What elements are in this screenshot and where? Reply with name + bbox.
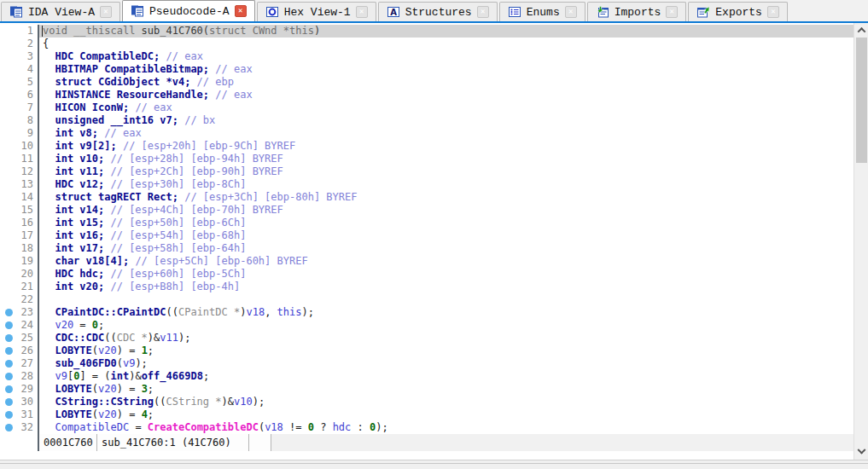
code-line-24[interactable]: 24 v20 = 0; — [0, 319, 868, 332]
gutter-cell: 3 — [0, 50, 39, 63]
address-dot-icon — [5, 360, 13, 368]
code-text[interactable]: int v10; // [esp+28h] [ebp-94h] BYREF — [39, 153, 868, 165]
code-text[interactable]: int v11; // [esp+2Ch] [ebp-90h] BYREF — [39, 165, 868, 178]
pseudocode-view[interactable]: 1void __thiscall sub_41C760(struct CWnd … — [0, 23, 868, 460]
code-token: ( — [92, 345, 98, 356]
code-token: )& — [222, 396, 234, 408]
scrollbar-track[interactable] — [854, 38, 868, 445]
code-line-6[interactable]: 6 HINSTANCE ResourceHandle; // eax — [0, 89, 868, 101]
scroll-down-button[interactable] — [854, 445, 868, 460]
code-line-19[interactable]: 19 char v18[4]; // [esp+5Ch] [ebp-60h] B… — [0, 255, 868, 268]
tab-close-button[interactable]: ✕ — [666, 6, 678, 18]
text-caret — [42, 26, 43, 37]
code-text[interactable] — [39, 293, 868, 306]
code-text[interactable]: HINSTANCE ResourceHandle; // eax — [39, 89, 868, 101]
code-text[interactable]: int v8; // eax — [39, 127, 868, 140]
code-text[interactable]: LOBYTE(v20) = 3; — [39, 383, 868, 396]
code-text[interactable]: HBITMAP CompatibleBitmap; // eax — [39, 63, 868, 76]
code-text[interactable]: int v15; // [esp+50h] [ebp-6Ch] — [39, 217, 868, 229]
vertical-scrollbar[interactable] — [853, 23, 868, 460]
code-token: unsigned __int16 v7; — [43, 114, 178, 126]
code-text[interactable]: HDC hdc; // [esp+60h] [ebp-5Ch] — [39, 268, 868, 281]
code-text[interactable]: CPaintDC::CPaintDC((CPaintDC *)v18, this… — [39, 306, 868, 319]
code-text[interactable]: struct tagRECT Rect; // [esp+3Ch] [ebp-8… — [39, 191, 868, 204]
gutter-cell: 7 — [0, 101, 39, 114]
code-token: off_4669D8 — [142, 370, 203, 382]
code-text[interactable]: HDC v12; // [esp+30h] [ebp-8Ch] — [39, 178, 868, 191]
code-line-23[interactable]: 23 CPaintDC::CPaintDC((CPaintDC *)v18, t… — [0, 306, 868, 319]
code-line-4[interactable]: 4 HBITMAP CompatibleBitmap; // eax — [0, 63, 868, 76]
code-line-12[interactable]: 12 int v11; // [esp+2Ch] [ebp-90h] BYREF — [0, 165, 868, 178]
code-line-22[interactable]: 22 — [0, 293, 868, 306]
code-text[interactable]: int v17; // [esp+58h] [ebp-64h] — [39, 242, 868, 255]
code-line-27[interactable]: 27 sub_406FD0(v9); — [0, 357, 868, 370]
tab-enums[interactable]: Enums✕ — [499, 2, 585, 21]
tab-imports[interactable]: Imports✕ — [587, 2, 687, 21]
code-text[interactable]: sub_406FD0(v9); — [39, 357, 868, 370]
tab-ida-view-a[interactable]: IDA View-A✕ — [1, 2, 120, 21]
tab-exports[interactable]: Exports✕ — [688, 2, 788, 21]
code-text[interactable]: char v18[4]; // [esp+5Ch] [ebp-60h] BYRE… — [39, 255, 868, 268]
code-line-2[interactable]: 2{ — [0, 38, 868, 50]
code-token: v20 — [98, 383, 117, 395]
pseudocode-editor[interactable]: 1void __thiscall sub_41C760(struct CWnd … — [0, 23, 868, 434]
code-line-18[interactable]: 18 int v17; // [esp+58h] [ebp-64h] — [0, 242, 868, 255]
code-text[interactable]: HDC CompatibleDC; // eax — [39, 50, 868, 63]
code-text[interactable]: int v14; // [esp+4Ch] [ebp-70h] BYREF — [39, 204, 868, 217]
code-text[interactable]: LOBYTE(v20) = 1; — [39, 345, 868, 357]
code-line-17[interactable]: 17 int v16; // [esp+54h] [ebp-68h] — [0, 229, 868, 242]
code-text[interactable]: int v9[2]; // [esp+20h] [ebp-9Ch] BYREF — [39, 140, 868, 153]
code-line-15[interactable]: 15 int v14; // [esp+4Ch] [ebp-70h] BYREF — [0, 204, 868, 217]
code-line-32[interactable]: 32 CompatibleDC = CreateCompatibleDC(v18… — [0, 421, 868, 434]
code-line-5[interactable]: 5 struct CGdiObject *v4; // ebp — [0, 76, 868, 89]
code-line-26[interactable]: 26 LOBYTE(v20) = 1; — [0, 345, 868, 357]
code-text[interactable]: int v20; // [esp+B8h] [ebp-4h] — [39, 281, 868, 293]
code-text[interactable]: { — [39, 38, 868, 50]
code-text[interactable]: HICON IconW; // eax — [39, 101, 868, 114]
code-line-8[interactable]: 8 unsigned __int16 v7; // bx — [0, 114, 868, 127]
code-line-16[interactable]: 16 int v15; // [esp+50h] [ebp-6Ch] — [0, 217, 868, 229]
tab-close-button[interactable]: ✕ — [356, 6, 368, 18]
code-text[interactable]: struct CGdiObject *v4; // ebp — [39, 76, 868, 89]
code-line-30[interactable]: 30 CString::CString((CString *)&v10); — [0, 396, 868, 408]
code-line-28[interactable]: 28 v9[0] = (int)&off_4669D8; — [0, 370, 868, 383]
code-token: )& — [148, 332, 160, 344]
status-address-cell: 0001C760 — [39, 434, 97, 451]
tab-close-button[interactable]: ✕ — [565, 6, 577, 18]
code-line-11[interactable]: 11 int v10; // [esp+28h] [ebp-94h] BYREF — [0, 153, 868, 165]
code-text[interactable]: v9[0] = (int)&off_4669D8; — [39, 370, 868, 383]
tab-hex-view-1[interactable]: Hex View-1✕ — [257, 2, 376, 21]
scroll-up-button[interactable] — [854, 23, 868, 38]
tab-close-button[interactable]: ✕ — [235, 5, 247, 17]
code-text[interactable]: CompatibleDC = CreateCompatibleDC(v18 !=… — [39, 421, 868, 434]
code-text[interactable]: CDC::CDC((CDC *)&v11); — [39, 332, 868, 345]
tab-close-button[interactable]: ✕ — [100, 6, 112, 18]
code-line-7[interactable]: 7 HICON IconW; // eax — [0, 101, 868, 114]
code-text[interactable]: int v16; // [esp+54h] [ebp-68h] — [39, 229, 868, 242]
code-text[interactable]: unsigned __int16 v7; // bx — [39, 114, 868, 127]
code-token: v18 — [265, 421, 283, 433]
code-line-21[interactable]: 21 int v20; // [esp+B8h] [ebp-4h] — [0, 281, 868, 293]
code-line-20[interactable]: 20 HDC hdc; // [esp+60h] [ebp-5Ch] — [0, 268, 868, 281]
code-text[interactable]: LOBYTE(v20) = 4; — [39, 408, 868, 421]
code-line-10[interactable]: 10 int v9[2]; // [esp+20h] [ebp-9Ch] BYR… — [0, 140, 868, 153]
code-token: (( — [104, 332, 116, 344]
code-token: 0 — [308, 421, 314, 433]
tab-close-button[interactable]: ✕ — [767, 6, 779, 18]
code-line-29[interactable]: 29 LOBYTE(v20) = 3; — [0, 383, 868, 396]
scrollbar-thumb[interactable] — [856, 38, 867, 163]
code-line-25[interactable]: 25 CDC::CDC((CDC *)&v11); — [0, 332, 868, 345]
code-line-13[interactable]: 13 HDC v12; // [esp+30h] [ebp-8Ch] — [0, 178, 868, 191]
code-token: // eax — [98, 127, 142, 139]
code-text[interactable]: v20 = 0; — [39, 319, 868, 332]
code-line-14[interactable]: 14 struct tagRECT Rect; // [esp+3Ch] [eb… — [0, 191, 868, 204]
code-text-current[interactable]: void __thiscall sub_41C760(struct CWnd *… — [39, 25, 868, 38]
code-text[interactable]: CString::CString((CString *)&v10); — [39, 396, 868, 408]
code-line-3[interactable]: 3 HDC CompatibleDC; // eax — [0, 50, 868, 63]
code-line-31[interactable]: 31 LOBYTE(v20) = 4; — [0, 408, 868, 421]
tab-pseudocode-a[interactable]: Pseudocode-A✕ — [122, 0, 255, 21]
code-line-9[interactable]: 9 int v8; // eax — [0, 127, 868, 140]
tab-structures[interactable]: AStructures✕ — [378, 2, 498, 21]
tab-close-button[interactable]: ✕ — [477, 6, 489, 18]
code-line-1[interactable]: 1void __thiscall sub_41C760(struct CWnd … — [0, 25, 868, 38]
